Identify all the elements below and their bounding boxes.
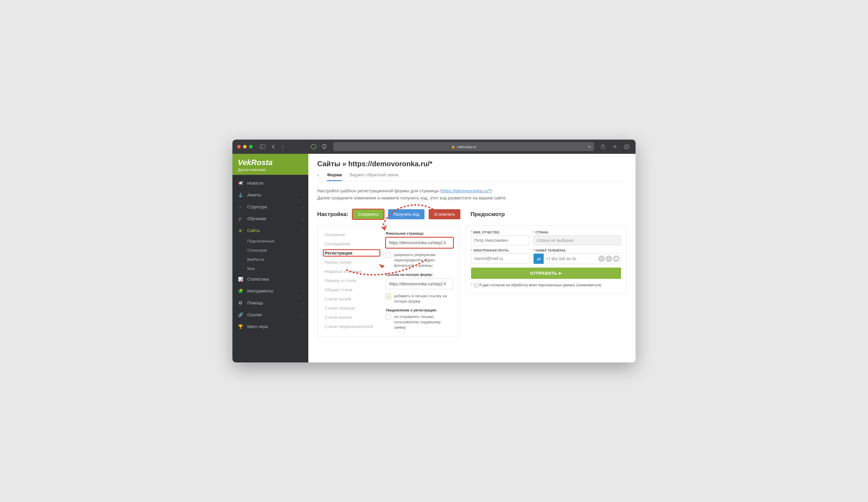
nav-buttons xyxy=(269,143,287,151)
sidebar: VekRosta Другая компания 📢Новости ⚓Анкет… xyxy=(232,154,308,363)
annotation-arrows xyxy=(308,154,605,361)
chevron-down-icon: ‹ xyxy=(301,230,305,231)
shield-icon[interactable] xyxy=(320,143,329,151)
back-button[interactable] xyxy=(269,143,278,151)
nav-label: Инструменты xyxy=(247,289,273,293)
brand-logo: VekRosta xyxy=(238,158,303,167)
refresh-icon[interactable]: ↻ xyxy=(588,145,591,149)
chevron-left-icon: ‹ xyxy=(302,301,303,305)
globe-icon: ⊕ xyxy=(238,228,243,233)
nav-label: Структура xyxy=(247,205,267,209)
browser-chrome: 🔒 vekrosta.ru ↻ xyxy=(232,139,636,154)
anchor-icon: ⚓ xyxy=(238,192,243,197)
sidebar-toggle-icon[interactable] xyxy=(258,143,267,151)
telegram-icon[interactable]: ✈ xyxy=(606,255,612,262)
lock-icon: 🔒 xyxy=(451,145,455,149)
sidebar-nav: 📢Новости ⚓Анкеты‹ ⛬Структура‹ 🎓Обучение‹… xyxy=(232,175,308,333)
nav-label: Помощь xyxy=(247,301,263,305)
svg-rect-0 xyxy=(260,145,265,149)
browser-window: 🔒 vekrosta.ru ↻ VekRosta Другая компания… xyxy=(232,139,636,363)
new-tab-icon[interactable] xyxy=(611,143,619,151)
sidebar-item-structure[interactable]: ⛬Структура‹ xyxy=(232,201,308,213)
url-text: vekrosta.ru xyxy=(457,145,476,149)
trophy-icon: 🏆 xyxy=(238,324,243,329)
sidebar-sub-connected[interactable]: Подключенные xyxy=(232,237,308,246)
sidebar-item-tools[interactable]: 🧩Инструменты‹ xyxy=(232,285,308,297)
share-icon[interactable] xyxy=(599,143,607,151)
brand-subtitle: Другая компания xyxy=(238,168,303,172)
sidebar-sub-vekrosta[interactable]: ВекРоста xyxy=(232,255,308,264)
sidebar-sub-my[interactable]: Мои xyxy=(232,264,308,273)
graduation-icon: 🎓 xyxy=(238,216,243,221)
nav-label: Сайты xyxy=(247,228,260,233)
sidebar-item-links[interactable]: 🔗Ссылки‹ xyxy=(232,309,308,321)
link-icon: 🔗 xyxy=(238,312,243,317)
chart-icon: 📊 xyxy=(238,277,243,282)
sidebar-item-education[interactable]: 🎓Обучение‹ xyxy=(232,213,308,224)
sidebar-item-statistics[interactable]: 📊Статистика xyxy=(232,273,308,285)
chevron-left-icon: ‹ xyxy=(302,193,303,197)
tabs-icon[interactable] xyxy=(622,143,631,151)
traffic-lights xyxy=(237,145,252,148)
help-icon: ✪ xyxy=(238,301,243,305)
chevron-left-icon: ‹ xyxy=(302,289,303,293)
nav-label: Обучение xyxy=(247,216,266,221)
sidebar-item-surveys[interactable]: ⚓Анкеты‹ xyxy=(232,189,308,201)
main-content: Сайты » https://demovoronka.ru/* « Форма… xyxy=(308,154,636,363)
megaphone-icon: 📢 xyxy=(238,181,243,186)
app-content: VekRosta Другая компания 📢Новости ⚓Анкет… xyxy=(232,154,636,363)
nav-label: Новости xyxy=(247,181,263,186)
sidebar-item-news[interactable]: 📢Новости xyxy=(232,177,308,189)
minimize-window-button[interactable] xyxy=(243,145,247,148)
sidebar-item-quest[interactable]: 🏆Квест игра xyxy=(232,321,308,333)
maximize-window-button[interactable] xyxy=(249,145,252,148)
chevron-left-icon: ‹ xyxy=(302,313,303,316)
sidebar-item-sites[interactable]: ⊕Сайты‹ xyxy=(232,224,308,237)
chevron-left-icon: ‹ xyxy=(302,205,303,209)
structure-icon: ⛬ xyxy=(238,205,243,209)
puzzle-icon: 🧩 xyxy=(238,289,243,293)
sidebar-sub-sponsors[interactable]: Спонсоров xyxy=(232,246,308,255)
chevron-left-icon: ‹ xyxy=(302,217,303,220)
sidebar-item-help[interactable]: ✪Помощь‹ xyxy=(232,297,308,309)
forward-button[interactable] xyxy=(279,143,287,151)
svg-rect-5 xyxy=(626,145,629,148)
brand-header[interactable]: VekRosta Другая компания xyxy=(232,154,308,175)
nav-label: Статистика xyxy=(247,277,269,282)
close-window-button[interactable] xyxy=(237,145,241,148)
viber-icon[interactable]: ☎ xyxy=(613,255,620,262)
nav-label: Ссылки xyxy=(247,312,262,317)
nav-label: Анкеты xyxy=(247,192,261,197)
privacy-icon[interactable] xyxy=(310,143,318,151)
nav-label: Квест игра xyxy=(247,324,268,329)
svg-rect-4 xyxy=(624,146,628,149)
url-bar[interactable]: 🔒 vekrosta.ru ↻ xyxy=(333,142,594,151)
